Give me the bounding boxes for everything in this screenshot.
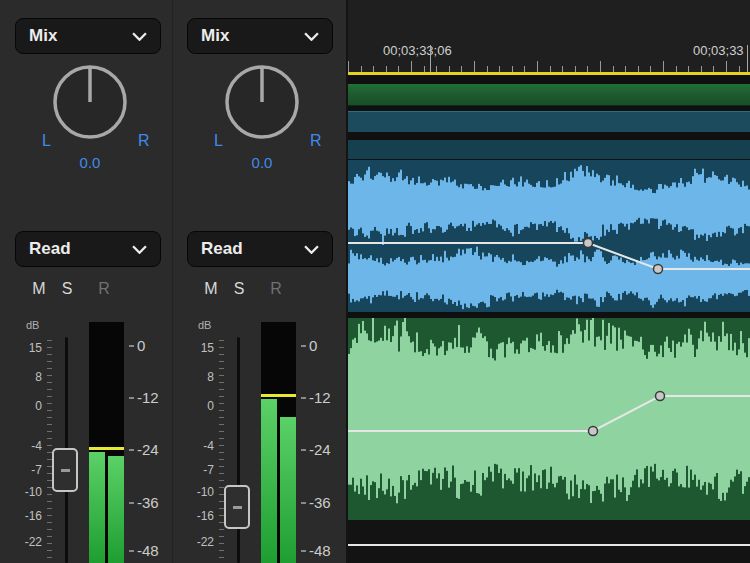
ruler-ticks	[348, 56, 750, 72]
pan-right-label: R	[138, 132, 150, 150]
track-assignment-label: Mix	[29, 26, 57, 46]
meter-scale-label: -48	[309, 542, 331, 560]
peak-indicator	[261, 394, 296, 397]
fader-scale-label: -10	[184, 485, 214, 499]
work-area-bar[interactable]	[348, 72, 750, 75]
meter-scale-label: 0	[309, 337, 317, 355]
meter-fill	[108, 456, 124, 563]
fader-scale-label: -7	[184, 463, 214, 477]
audio-clip-track-1[interactable]	[348, 160, 750, 312]
chevron-down-icon	[132, 32, 147, 41]
fader-handle[interactable]	[52, 448, 78, 492]
pan-value[interactable]: 0.0	[174, 154, 350, 171]
meter-scale-tick	[301, 550, 306, 552]
meter-scale-label: 0	[137, 337, 145, 355]
meter-scale-tick	[301, 345, 306, 347]
timeline-panel: 00;03;33;06 00;03;33	[348, 0, 750, 563]
record-arm-button[interactable]: R	[267, 280, 285, 298]
automation-line[interactable]	[348, 243, 750, 269]
keyframe-handle[interactable]	[656, 392, 665, 401]
meter-scale-label: -48	[137, 542, 159, 560]
pan-value[interactable]: 0.0	[2, 154, 178, 171]
meter-scale-label: -36	[309, 494, 331, 512]
meter-scale-tick	[129, 345, 134, 347]
automation-line[interactable]	[348, 396, 750, 431]
audio-clip-track-2[interactable]	[348, 318, 750, 520]
fader-scale-label: -10	[12, 485, 42, 499]
level-meter	[89, 322, 124, 563]
meter-scale-tick	[129, 449, 134, 451]
meter-scale-tick	[129, 550, 134, 552]
meter-fill	[261, 399, 277, 563]
keyframe-handle[interactable]	[654, 265, 663, 274]
meter-bar-right	[108, 322, 124, 563]
meter-scale-label: -24	[137, 441, 159, 459]
meter-fill	[280, 417, 296, 563]
track-assignment-dropdown[interactable]: Mix	[15, 18, 161, 54]
pan-left-label: L	[42, 132, 51, 150]
record-arm-button[interactable]: R	[95, 280, 113, 298]
meter-scale-tick	[301, 502, 306, 504]
peak-indicator	[89, 447, 124, 450]
meter-bar-left	[89, 322, 105, 563]
ruler-major-tick	[747, 45, 748, 72]
fader-ticks	[47, 340, 52, 560]
mute-button[interactable]: M	[202, 280, 220, 298]
meter-scale-label: -24	[309, 441, 331, 459]
pan-knob[interactable]	[218, 58, 306, 146]
fader-scale-label: -4	[184, 439, 214, 453]
mixer-channel-strip-2: Mix L R 0.0 Read M S R dB 1580-4-7-10-16…	[174, 0, 344, 563]
collapsed-audio-clip-1[interactable]	[348, 111, 750, 132]
keyframe-handle[interactable]	[589, 427, 598, 436]
chevron-down-icon	[304, 32, 319, 41]
db-unit-label: dB	[26, 319, 39, 331]
track-assignment-dropdown[interactable]: Mix	[187, 18, 333, 54]
fader-grip	[61, 469, 70, 472]
meter-bar-right	[280, 322, 296, 563]
fader-scale-label: -4	[12, 439, 42, 453]
pan-right-label: R	[310, 132, 322, 150]
meter-scale-label: -12	[309, 389, 331, 407]
chevron-down-icon	[132, 245, 147, 254]
time-ruler[interactable]: 00;03;33;06 00;03;33	[348, 0, 750, 72]
meter-fill	[89, 452, 105, 563]
fader-scale-label: 0	[12, 399, 42, 413]
meter-scale-tick	[301, 397, 306, 399]
chevron-down-icon	[304, 245, 319, 254]
solo-button[interactable]: S	[230, 280, 248, 298]
keyframe-handle[interactable]	[584, 239, 593, 248]
meter-scale-label: -36	[137, 494, 159, 512]
audio-track-mixer-panel: Mix L R 0.0 Read M S R dB 1580-4-7-10-16…	[0, 0, 346, 563]
meter-scale-tick	[129, 397, 134, 399]
fader-handle[interactable]	[224, 485, 250, 529]
strip-divider	[172, 0, 173, 563]
fader-scale-label: -16	[12, 509, 42, 523]
meter-scale-tick	[129, 502, 134, 504]
solo-button[interactable]: S	[58, 280, 76, 298]
automation-mode-dropdown[interactable]: Read	[15, 231, 161, 267]
volume-automation-track-1	[348, 160, 750, 312]
automation-mode-dropdown[interactable]: Read	[187, 231, 333, 267]
db-unit-label: dB	[198, 319, 211, 331]
collapsed-audio-clip-2[interactable]	[348, 140, 750, 159]
fader-scale-label: 8	[12, 370, 42, 384]
automation-line-track-3[interactable]	[348, 544, 750, 546]
fader-ticks	[219, 340, 224, 560]
fader-scale-label: -16	[184, 509, 214, 523]
level-meter	[261, 322, 296, 563]
audio-mixer-workspace: Mix L R 0.0 Read M S R dB 1580-4-7-10-16…	[0, 0, 750, 563]
fader-scale-label: 8	[184, 370, 214, 384]
ruler-major-tick	[430, 45, 431, 72]
meter-scale-tick	[301, 449, 306, 451]
fader-grip	[233, 506, 242, 509]
automation-mode-label: Read	[201, 239, 243, 259]
audio-track-3[interactable]	[348, 520, 750, 563]
fader-scale-label: 15	[12, 341, 42, 355]
mute-button[interactable]: M	[30, 280, 48, 298]
fader-track[interactable]	[237, 337, 240, 563]
fader-scale-label: -22	[184, 535, 214, 549]
pan-knob[interactable]	[46, 58, 134, 146]
fader-scale-label: -22	[12, 535, 42, 549]
video-track-clip[interactable]	[348, 84, 750, 106]
fader-scale-label: 15	[184, 341, 214, 355]
